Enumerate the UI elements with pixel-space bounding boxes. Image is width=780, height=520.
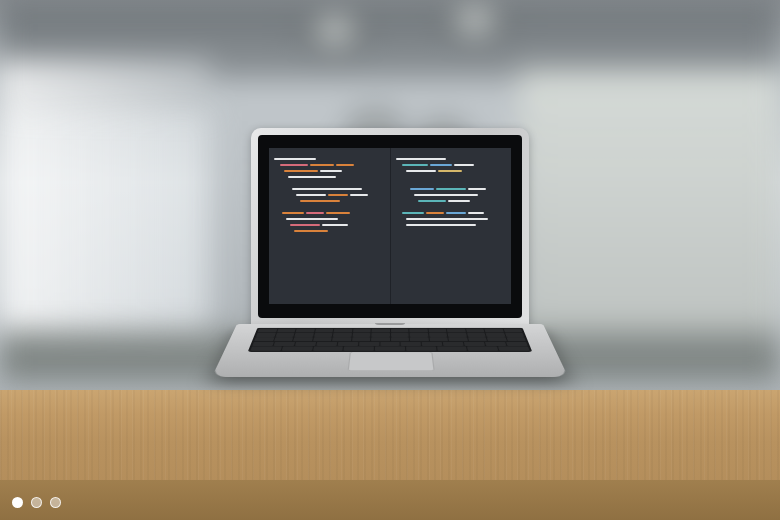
screen-bezel xyxy=(258,135,522,318)
key xyxy=(332,337,351,341)
key xyxy=(277,329,296,333)
key xyxy=(313,337,332,341)
key xyxy=(295,342,316,346)
key xyxy=(428,329,446,333)
key xyxy=(486,333,505,337)
desk-front-edge xyxy=(0,480,780,520)
key xyxy=(352,333,370,337)
key xyxy=(503,329,522,333)
key xyxy=(410,333,428,337)
key xyxy=(467,333,486,337)
key xyxy=(254,337,274,341)
key xyxy=(352,337,371,341)
key xyxy=(250,346,281,350)
key xyxy=(448,333,467,337)
key xyxy=(337,342,358,346)
key xyxy=(334,329,352,333)
carousel-dots xyxy=(12,497,61,508)
key xyxy=(315,329,334,333)
key xyxy=(391,337,409,341)
key xyxy=(281,346,312,350)
key xyxy=(429,333,448,337)
editor-right-pane xyxy=(390,148,512,304)
key xyxy=(344,346,374,350)
key xyxy=(371,333,389,337)
lid-notch xyxy=(375,323,405,325)
code-editor-screen xyxy=(269,148,511,304)
key xyxy=(314,333,333,337)
key xyxy=(468,337,487,341)
key xyxy=(498,346,529,350)
key xyxy=(256,333,276,337)
carousel-dot[interactable] xyxy=(31,497,42,508)
key xyxy=(466,329,485,333)
laptop xyxy=(237,128,543,428)
carousel-dot[interactable] xyxy=(12,497,23,508)
keyboard xyxy=(248,328,533,352)
key xyxy=(487,337,507,341)
key xyxy=(353,329,371,333)
keyboard-deck xyxy=(212,324,568,377)
key xyxy=(437,346,468,350)
key xyxy=(316,342,337,346)
carousel-dot[interactable] xyxy=(50,497,61,508)
key xyxy=(359,342,379,346)
trackpad xyxy=(348,352,435,371)
key xyxy=(380,342,400,346)
key xyxy=(484,329,503,333)
key xyxy=(391,333,409,337)
key xyxy=(252,342,274,346)
key xyxy=(274,342,295,346)
key xyxy=(409,329,427,333)
key xyxy=(371,337,389,341)
key xyxy=(506,337,526,341)
key xyxy=(443,342,464,346)
key xyxy=(294,333,313,337)
key xyxy=(401,342,421,346)
key xyxy=(410,337,429,341)
laptop-base xyxy=(237,324,543,428)
stock-photo-scene xyxy=(0,0,780,520)
key xyxy=(258,329,277,333)
key xyxy=(372,329,390,333)
key xyxy=(506,342,528,346)
key xyxy=(429,337,448,341)
key xyxy=(296,329,315,333)
key xyxy=(485,342,506,346)
key xyxy=(464,342,485,346)
key xyxy=(422,342,443,346)
key xyxy=(293,337,312,341)
key xyxy=(275,333,294,337)
editor-left-pane xyxy=(269,148,390,304)
pendant-lamp-icon xyxy=(440,0,510,46)
key xyxy=(447,329,466,333)
key xyxy=(467,346,498,350)
key xyxy=(505,333,525,337)
key xyxy=(391,329,409,333)
key xyxy=(274,337,294,341)
key xyxy=(375,346,405,350)
pendant-lamp-icon xyxy=(300,6,370,56)
key xyxy=(406,346,436,350)
laptop-lid xyxy=(251,128,529,328)
key xyxy=(448,337,467,341)
key xyxy=(313,346,344,350)
key xyxy=(333,333,352,337)
